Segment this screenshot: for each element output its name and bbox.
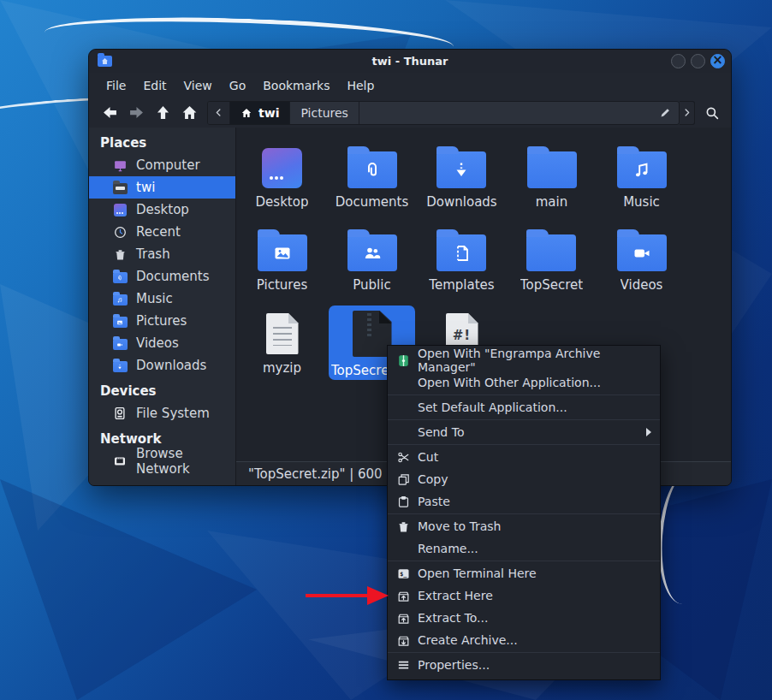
sidebar-item-pictures[interactable]: Pictures: [89, 310, 235, 332]
path-empty-area[interactable]: [359, 102, 679, 124]
sidebar-item-file-system[interactable]: File System: [89, 402, 235, 424]
no-icon: [395, 425, 412, 440]
up-button[interactable]: [152, 102, 174, 123]
menu-item-label: Extract To...: [418, 611, 488, 625]
file-documents[interactable]: Documents: [327, 139, 417, 222]
minimize-button[interactable]: [671, 54, 686, 68]
sidebar-item-music[interactable]: Music: [89, 288, 235, 310]
menu-item-label: Copy: [418, 472, 448, 486]
path-scroll-left-button[interactable]: [208, 102, 230, 124]
menu-item-rename[interactable]: Rename...: [388, 537, 660, 560]
menu-item-send-to[interactable]: Send To: [388, 421, 660, 443]
path-bar: twiPictures: [207, 101, 680, 125]
file-myzip[interactable]: myzip: [237, 306, 327, 389]
breadcrumb-twi[interactable]: twi: [230, 102, 290, 124]
menu-item-cut[interactable]: Cut: [388, 446, 660, 468]
folder-public-icon: [347, 234, 397, 271]
menu-item-label: Open Terminal Here: [418, 567, 537, 580]
edit-path-icon[interactable]: [659, 106, 672, 119]
sidebar-item-label: Documents: [136, 269, 210, 284]
file-downloads[interactable]: Downloads: [417, 139, 507, 222]
menubar-item-file[interactable]: File: [98, 75, 134, 96]
file-label: myzip: [263, 360, 301, 376]
menu-separator: [388, 652, 660, 653]
sidebar-section-devices: Devices: [89, 380, 235, 402]
menu-separator: [388, 513, 660, 514]
menubar-item-go[interactable]: Go: [221, 75, 254, 96]
sidebar-item-label: Pictures: [136, 313, 187, 329]
sidebar-item-documents[interactable]: Documents: [89, 265, 235, 288]
maximize-button[interactable]: [691, 54, 705, 68]
sidebar-item-label: Browse Network: [136, 446, 235, 477]
home-button[interactable]: [179, 102, 200, 123]
scissors-icon: [395, 450, 412, 465]
sidebar-item-videos[interactable]: Videos: [89, 332, 235, 354]
menu-item-create-archive[interactable]: Create Archive...: [388, 629, 660, 651]
sidebar-item-browse-network[interactable]: Browse Network: [89, 450, 235, 472]
file-music[interactable]: Music: [597, 139, 686, 222]
user-home-folder-icon: [112, 181, 128, 194]
file-templates[interactable]: Templates: [417, 222, 507, 306]
menu-item-label: Properties...: [418, 658, 490, 672]
file-main[interactable]: main: [507, 139, 597, 222]
text-file-icon: [266, 313, 299, 354]
path-scroll-right-button[interactable]: [680, 101, 695, 125]
trash-icon: [395, 519, 412, 534]
sidebar-item-label: Recent: [136, 224, 181, 240]
file-topsecret[interactable]: TopSecret: [507, 222, 597, 306]
folder-music-icon: [617, 151, 667, 188]
properties-icon: [395, 658, 412, 673]
menubar-item-bookmarks[interactable]: Bookmarks: [254, 75, 338, 96]
menu-item-open-with-engrampa-archive-manager[interactable]: Open With "Engrampa Archive Manager": [388, 349, 660, 371]
menubar-item-edit[interactable]: Edit: [134, 75, 175, 96]
file-label: TopSecret: [520, 277, 583, 293]
folder-icon: [527, 151, 577, 188]
menubar-item-view[interactable]: View: [175, 75, 221, 96]
folder-documents-icon: [347, 151, 397, 188]
menu-item-extract-to[interactable]: Extract To...: [388, 607, 660, 629]
menu-item-open-with-other-application[interactable]: Open With Other Application...: [388, 371, 660, 394]
sidebar-item-trash[interactable]: Trash: [89, 243, 235, 265]
menu-item-label: Open With Other Application...: [418, 376, 601, 389]
file-label: Public: [353, 277, 390, 293]
menu-separator: [388, 419, 660, 420]
folder-music-icon: [112, 292, 128, 306]
titlebar[interactable]: twi - Thunar: [89, 50, 731, 73]
menu-item-copy[interactable]: Copy: [388, 468, 660, 490]
menubar-item-help[interactable]: Help: [338, 75, 383, 96]
sidebar-item-twi[interactable]: twi: [89, 176, 235, 199]
menu-item-properties[interactable]: Properties...: [388, 654, 660, 676]
file-label: main: [536, 194, 567, 210]
sidebar-item-desktop[interactable]: Desktop: [89, 199, 235, 221]
sidebar-item-computer[interactable]: Computer: [89, 154, 235, 176]
submenu-arrow-icon: [646, 428, 651, 436]
paste-icon: [395, 495, 412, 509]
file-pictures[interactable]: Pictures: [237, 222, 327, 306]
sidebar-item-recent[interactable]: Recent: [89, 221, 235, 243]
copy-icon: [395, 472, 412, 487]
close-button[interactable]: [710, 54, 725, 68]
menu-item-label: Paste: [418, 495, 450, 508]
annotation-arrow: [306, 586, 389, 605]
menu-item-move-to-trash[interactable]: Move to Trash: [388, 515, 660, 537]
file-public[interactable]: Public: [327, 222, 417, 306]
menu-item-set-default-application[interactable]: Set Default Application...: [388, 396, 660, 418]
forward-button[interactable]: [126, 102, 147, 123]
back-button[interactable]: [99, 102, 121, 123]
menu-item-label: Create Archive...: [418, 633, 518, 647]
menu-item-label: Move to Trash: [418, 519, 502, 533]
menu-item-label: Extract Here: [418, 589, 493, 602]
file-videos[interactable]: Videos: [597, 222, 686, 306]
sidebar-item-downloads[interactable]: Downloads: [89, 354, 235, 377]
menu-item-paste[interactable]: Paste: [388, 490, 660, 513]
breadcrumb-pictures[interactable]: Pictures: [290, 102, 359, 124]
file-desktop[interactable]: Desktop: [237, 139, 327, 222]
menu-item-open-terminal-here[interactable]: Open Terminal Here: [388, 562, 660, 584]
sidebar-item-label: Desktop: [136, 202, 189, 217]
search-button[interactable]: [700, 102, 724, 124]
menu-item-extract-here[interactable]: Extract Here: [388, 584, 660, 607]
file-label: Music: [623, 194, 660, 210]
folder-downloads-icon: [112, 359, 128, 372]
trash-icon: [112, 247, 128, 261]
sidebar-item-label: Trash: [136, 246, 170, 262]
